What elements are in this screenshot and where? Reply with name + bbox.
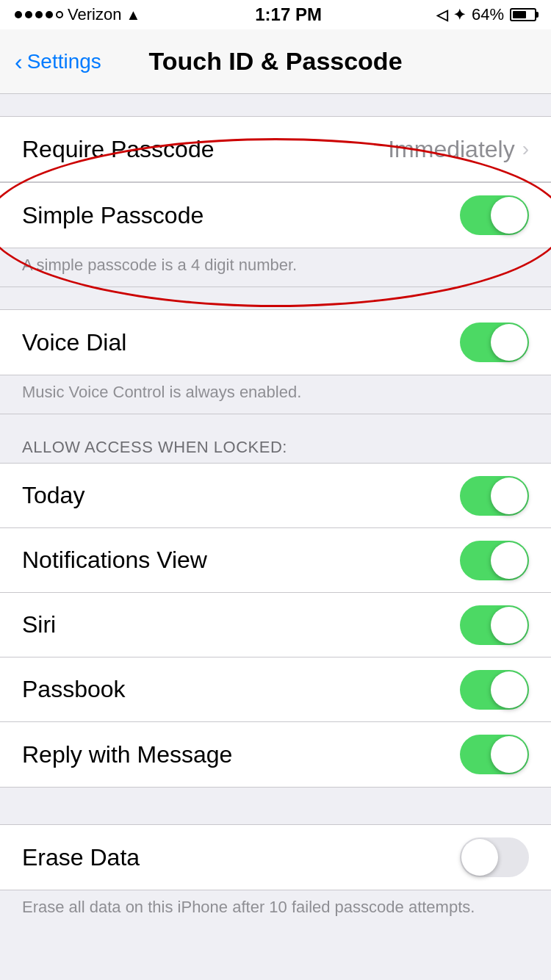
simple-passcode-label: Simple Passcode (22, 202, 204, 229)
simple-passcode-group: Simple Passcode A simple passcode is a 4… (0, 182, 551, 287)
signal-dot-4 (46, 11, 53, 18)
battery-fill (513, 11, 526, 18)
voice-dial-note: Music Voice Control is always enabled. (0, 375, 551, 414)
notifications-view-knob (491, 542, 527, 579)
today-label: Today (22, 482, 84, 509)
require-passcode-row[interactable]: Require Passcode Immediately › (0, 117, 551, 181)
signal-dot-5 (56, 11, 63, 18)
passbook-toggle-knob (491, 671, 527, 708)
reply-with-message-toggle[interactable] (460, 735, 529, 774)
require-passcode-label: Require Passcode (22, 136, 214, 163)
back-label: Settings (27, 50, 101, 73)
require-passcode-current: Immediately (388, 136, 515, 163)
chevron-right-icon: › (522, 137, 529, 161)
battery-icon (510, 8, 536, 21)
erase-data-label: Erase Data (22, 844, 140, 871)
back-button[interactable]: ‹ Settings (15, 50, 101, 73)
simple-passcode-section: Simple Passcode (0, 182, 551, 248)
today-toggle[interactable] (460, 476, 529, 516)
today-row[interactable]: Today (0, 464, 551, 528)
siri-label: Siri (22, 611, 56, 638)
siri-toggle[interactable] (460, 605, 529, 645)
voice-dial-toggle[interactable] (460, 323, 529, 362)
require-passcode-section: Require Passcode Immediately › (0, 116, 551, 182)
siri-row[interactable]: Siri (0, 593, 551, 657)
allow-access-header: ALLOW ACCESS WHEN LOCKED: (0, 422, 551, 463)
page-title: Touch ID & Passcode (148, 47, 402, 76)
toggle-knob-2 (491, 324, 527, 361)
erase-data-knob (461, 839, 498, 876)
toggle-knob (491, 197, 527, 234)
voice-dial-label: Voice Dial (22, 329, 126, 356)
simple-passcode-row[interactable]: Simple Passcode (0, 183, 551, 248)
reply-with-message-label: Reply with Message (22, 741, 232, 768)
erase-data-section: Erase Data (0, 824, 551, 890)
siri-toggle-knob (491, 607, 527, 644)
battery-percentage: 64% (472, 5, 504, 24)
simple-passcode-description: A simple passcode is a 4 digit number. (22, 256, 297, 274)
passbook-toggle[interactable] (460, 670, 529, 710)
erase-data-note: Erase all data on this iPhone after 10 f… (0, 890, 551, 929)
location-icon: ◁ (436, 6, 447, 24)
wifi-icon: ▲ (126, 7, 140, 24)
passbook-label: Passbook (22, 676, 126, 703)
signal-dot-1 (15, 11, 22, 18)
status-right: ◁ ✦ 64% (436, 5, 536, 24)
reply-with-message-row[interactable]: Reply with Message (0, 722, 551, 787)
status-bar: Verizon ▲ 1:17 PM ◁ ✦ 64% (0, 0, 551, 29)
status-time: 1:17 PM (255, 4, 322, 25)
signal-strength (15, 11, 63, 18)
erase-data-description: Erase all data on this iPhone after 10 f… (22, 898, 475, 916)
notifications-view-label: Notifications View (22, 547, 207, 574)
reply-with-message-knob (491, 736, 527, 773)
voice-dial-row[interactable]: Voice Dial (0, 310, 551, 375)
erase-data-toggle[interactable] (460, 837, 529, 877)
voice-dial-description: Music Voice Control is always enabled. (22, 383, 301, 401)
simple-passcode-note: A simple passcode is a 4 digit number. (0, 248, 551, 287)
passbook-row[interactable]: Passbook (0, 657, 551, 722)
nav-bar: ‹ Settings Touch ID & Passcode (0, 29, 551, 94)
require-passcode-value: Immediately › (388, 136, 529, 163)
erase-data-row[interactable]: Erase Data (0, 825, 551, 890)
status-left: Verizon ▲ (15, 5, 140, 24)
bluetooth-icon: ✦ (453, 6, 466, 24)
back-chevron-icon: ‹ (15, 50, 23, 73)
allow-access-section: Today Notifications View Siri Passbook R… (0, 463, 551, 788)
today-toggle-knob (491, 478, 527, 514)
voice-dial-section: Voice Dial (0, 309, 551, 375)
simple-passcode-toggle[interactable] (460, 195, 529, 235)
signal-dot-2 (25, 11, 32, 18)
notifications-view-row[interactable]: Notifications View (0, 528, 551, 593)
signal-dot-3 (35, 11, 43, 18)
carrier-label: Verizon (68, 5, 121, 24)
notifications-view-toggle[interactable] (460, 541, 529, 580)
